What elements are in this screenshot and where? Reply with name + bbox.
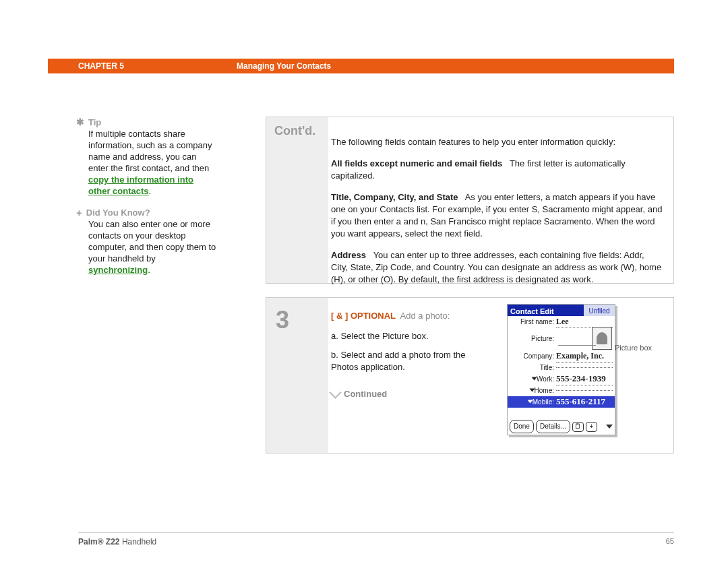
tip-body: If multiple contacts share information, … <box>88 128 218 197</box>
field-desc-3: Address You can enter up to three addres… <box>331 249 663 286</box>
optional-line: [ & ] OPTIONAL Add a photo: <box>331 310 478 322</box>
asterisk-icon: ✱ <box>76 117 84 127</box>
page-footer: Palm® Z22 Handheld 65 <box>78 532 674 547</box>
continued-marker: Continued <box>331 388 478 400</box>
contact-edit-screenshot: Contact Edit Unfiled First name:Lee Pict… <box>507 304 615 435</box>
field-desc-1: All fields except numeric and email fiel… <box>331 158 663 182</box>
contd-label: Cont'd. <box>266 117 328 138</box>
scroll-down-icon[interactable] <box>606 425 613 429</box>
company-field[interactable]: Example, Inc. <box>556 350 613 363</box>
dyk-body: You can also enter one or more contacts … <box>88 218 218 276</box>
dyk-heading: +Did You Know? <box>76 206 218 218</box>
sidebar: ✱Tip If multiple contacts share informat… <box>76 117 218 276</box>
done-button[interactable]: Done <box>510 420 534 433</box>
step-3a: a. Select the Picture box. <box>331 330 478 342</box>
silhouette-icon <box>597 332 607 344</box>
continued-arrow-icon <box>329 386 341 398</box>
palm-title: Contact Edit <box>508 305 583 316</box>
callout-line <box>558 345 596 346</box>
mobile-phone-field[interactable]: 555-616-2117 <box>556 396 613 408</box>
chapter-banner: CHAPTER 5 Managing Your Contacts <box>48 59 674 73</box>
plus-icon: + <box>76 207 82 218</box>
tip-heading: ✱Tip <box>76 117 218 128</box>
contd-intro: The following fields contain features to… <box>331 136 663 148</box>
note-icon[interactable]: 🗒 <box>572 422 584 432</box>
add-icon[interactable]: + <box>586 422 597 432</box>
step-3b: b. Select and add a photo from the Photo… <box>331 349 478 373</box>
chapter-title: Managing Your Contacts <box>237 61 331 71</box>
copy-info-link[interactable]: copy the information into other contacts <box>88 175 193 196</box>
home-phone-field[interactable] <box>556 390 613 391</box>
field-desc-2: Title, Company, City, and State As you e… <box>331 191 663 240</box>
chapter-label: CHAPTER 5 <box>78 61 124 71</box>
step-3-box: 3 [ & ] OPTIONAL Add a photo: a. Select … <box>266 297 674 454</box>
page-number: 65 <box>666 537 674 545</box>
picture-box-thumbnail[interactable] <box>592 327 612 350</box>
synchronizing-link[interactable]: synchronizing <box>88 265 148 275</box>
step-number: 3 <box>266 298 328 334</box>
title-field[interactable] <box>556 367 613 368</box>
contd-step-box: Cont'd. The following fields contain fea… <box>266 117 674 284</box>
picture-box-callout: Picture box <box>615 342 669 354</box>
work-phone-field[interactable]: 555-234-1939 <box>556 373 613 385</box>
palm-category-picker[interactable]: Unfiled <box>583 305 615 316</box>
details-button[interactable]: Details... <box>536 420 570 433</box>
